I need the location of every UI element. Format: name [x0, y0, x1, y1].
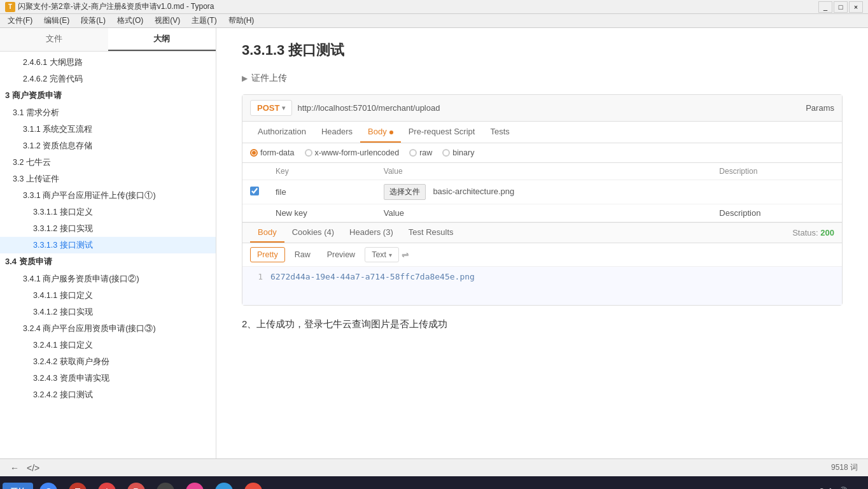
radio-binary[interactable]: binary [442, 148, 474, 157]
window-controls[interactable]: _ □ × [818, 1, 863, 13]
sidebar-item-17[interactable]: 3.2.4.1 接口定义 [0, 337, 216, 353]
tab-body[interactable]: Body [360, 122, 401, 143]
tab-headers[interactable]: Headers [314, 122, 360, 143]
file-row-checkbox[interactable] [250, 187, 259, 195]
url-bar: POST ▾ Params [242, 95, 842, 122]
file-row-checkbox-cell[interactable] [242, 180, 268, 204]
status-badge: 200 [820, 228, 834, 237]
taskbar-app-terminal[interactable]: >_ [151, 479, 179, 489]
col-value-header: Value [376, 163, 712, 180]
content-area: 3.3.1.3 接口测试 ▶ 证件上传 POST ▾ Params Author… [216, 28, 868, 458]
new-row-value[interactable]: Value [376, 204, 712, 222]
radio-urlencoded[interactable]: x-www-form-urlencoded [305, 148, 400, 157]
menu-format[interactable]: 格式(O) [112, 14, 148, 27]
sidebar-item-9[interactable]: 3.3.1.1 接口定义 [0, 204, 216, 220]
taskbar-app-redis[interactable]: R [122, 479, 150, 489]
body-type-row: form-data x-www-form-urlencoded raw bina… [242, 143, 842, 163]
collapsed-section[interactable]: ▶ 证件上传 [242, 73, 843, 84]
menu-file[interactable]: 文件(F) [3, 14, 38, 27]
res-tab-headers[interactable]: Headers (3) [342, 223, 401, 243]
sidebar-item-20[interactable]: 3.2.4.2 接口测试 [0, 386, 216, 403]
title-bar: T 闪聚支付-第2章-讲义-商户注册&资质申请v1.0.md - Typora … [0, 0, 868, 14]
select-file-button[interactable]: 选择文件 [384, 184, 426, 200]
chrome-icon: C [39, 483, 57, 489]
sidebar-item-6[interactable]: 3.2 七牛云 [0, 154, 216, 171]
menu-theme[interactable]: 主题(T) [186, 14, 221, 27]
sidebar-item-15[interactable]: 3.4.1.2 接口实现 [0, 304, 216, 320]
res-tab-cookies[interactable]: Cookies (4) [284, 223, 342, 243]
new-row-key[interactable]: New key [268, 204, 376, 222]
body-active-dot [389, 131, 393, 134]
sidebar-item-12[interactable]: 3.4 资质申请 [0, 253, 216, 271]
start-button[interactable]: 开始 [3, 483, 33, 490]
fmt-text-dropdown[interactable]: Text ▾ [365, 247, 399, 262]
taskbar-app-idea[interactable]: I [93, 479, 121, 489]
nav-right-arrow[interactable]: </> [27, 463, 39, 473]
taskbar-app-typora[interactable]: T [64, 479, 92, 489]
menu-help[interactable]: 帮助(H) [223, 14, 260, 27]
paint-icon: ✏ [186, 483, 204, 489]
sidebar-item-7[interactable]: 3.3 上传证件 [0, 171, 216, 187]
sidebar-item-5[interactable]: 3.1.2 资质信息存储 [0, 138, 216, 154]
sys-icon-volume: 🔊 [837, 486, 848, 489]
sys-icon-question: ? [819, 486, 824, 489]
radio-raw[interactable]: raw [409, 148, 432, 157]
postman-frame: POST ▾ Params Authorization Headers Body… [242, 94, 843, 306]
sidebar-item-19[interactable]: 3.2.4.3 资质申请实现 [0, 370, 216, 386]
tab-prerequest[interactable]: Pre-request Script [401, 122, 483, 143]
taskbar-app-paint[interactable]: ✏ [181, 479, 209, 489]
params-button[interactable]: Params [806, 103, 834, 113]
close-button[interactable]: × [849, 1, 863, 13]
res-tab-body[interactable]: Body [250, 223, 284, 243]
col-desc-header: Description [711, 163, 842, 180]
method-button[interactable]: POST ▾ [250, 100, 292, 116]
nav-arrows: ← </> [10, 463, 39, 473]
bottom-paragraph: 2、上传成功，登录七牛云查询图片是否上传成功 [242, 318, 843, 330]
sidebar-item-14[interactable]: 3.4.1.1 接口定义 [0, 287, 216, 304]
minimize-button[interactable]: _ [818, 1, 832, 13]
sidebar-item-2[interactable]: 3 商户资质申请 [0, 87, 216, 104]
file-row-key: file [268, 180, 376, 204]
format-tabs: Pretty Raw Preview Text ▾ ⇌ [242, 243, 842, 267]
menu-paragraph[interactable]: 段落(L) [76, 14, 111, 27]
nav-left-arrow[interactable]: ← [10, 463, 19, 473]
radio-urlencoded-dot [305, 149, 312, 157]
tab-outline[interactable]: 大纲 [108, 28, 216, 51]
taskbar-app-6[interactable]: ◈ [210, 479, 238, 489]
sidebar-tabs: 文件 大纲 [0, 28, 216, 52]
taskbar-app-chrome[interactable]: C [34, 479, 62, 489]
tab-tests[interactable]: Tests [482, 122, 517, 143]
tab-authorization[interactable]: Authorization [250, 122, 314, 143]
fmt-tab-pretty[interactable]: Pretty [250, 247, 285, 262]
url-input[interactable] [297, 103, 801, 113]
sidebar-item-3[interactable]: 3.1 需求分析 [0, 104, 216, 121]
method-chevron-icon: ▾ [282, 104, 285, 111]
tab-file[interactable]: 文件 [0, 28, 108, 51]
sidebar-item-8[interactable]: 3.3.1 商户平台应用证件上传(接口①) [0, 187, 216, 204]
fmt-tab-preview[interactable]: Preview [320, 247, 362, 262]
res-tab-testresults[interactable]: Test Results [401, 223, 461, 243]
sidebar-item-4[interactable]: 3.1.1 系统交互流程 [0, 121, 216, 138]
fmt-wrap-icon[interactable]: ⇌ [402, 250, 409, 260]
sidebar: 文件 大纲 2.4.6.1 大纲思路 2.4.6.2 完善代码 3 商户资质申请… [0, 28, 216, 458]
taskbar-app-7[interactable]: ● [239, 479, 267, 489]
file-row-value: 选择文件 basic-architecture.png [376, 180, 712, 204]
code-area: 1 6272d44a-19e4-44a7-a714-58ffc7da8e45e.… [242, 267, 842, 305]
sidebar-item-0[interactable]: 2.4.6.1 大纲思路 [0, 54, 216, 71]
menu-edit[interactable]: 编辑(E) [39, 14, 74, 27]
sys-icon-keyboard: ⊞ [809, 486, 816, 489]
sidebar-item-16[interactable]: 3.2.4 商户平台应用资质申请(接口③) [0, 320, 216, 337]
sidebar-item-11[interactable]: 3.3.1.3 接口测试 [0, 237, 216, 253]
maximize-button[interactable]: □ [834, 1, 848, 13]
sidebar-item-13[interactable]: 3.4.1 商户服务资质申请(接口②) [0, 271, 216, 287]
sidebar-content: 2.4.6.1 大纲思路 2.4.6.2 完善代码 3 商户资质申请 3.1 需… [0, 52, 216, 406]
fmt-text-label: Text [372, 250, 386, 259]
sidebar-item-10[interactable]: 3.3.1.2 接口实现 [0, 220, 216, 237]
sidebar-item-1[interactable]: 2.4.6.2 完善代码 [0, 71, 216, 87]
response-tabs: Body Cookies (4) Headers (3) Test Result… [242, 222, 842, 243]
fmt-tab-raw[interactable]: Raw [288, 247, 318, 262]
sidebar-item-18[interactable]: 3.2.4.2 获取商户身份 [0, 353, 216, 370]
radio-formdata-dot [250, 149, 258, 157]
radio-formdata[interactable]: form-data [250, 148, 295, 157]
menu-view[interactable]: 视图(V) [150, 14, 185, 27]
